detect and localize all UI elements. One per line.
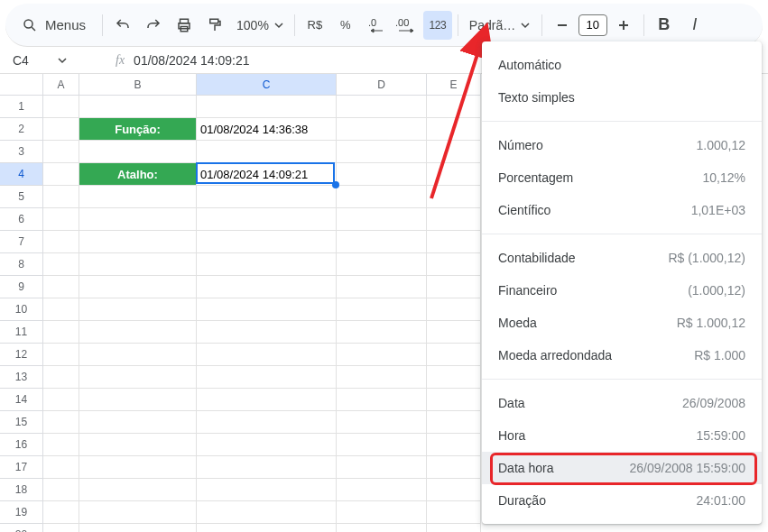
row-header-8[interactable]: 8 — [0, 253, 43, 276]
cell-A18[interactable] — [43, 479, 79, 501]
cell-A19[interactable] — [43, 501, 79, 524]
cell-D2[interactable] — [337, 118, 427, 141]
cell-C12[interactable] — [197, 344, 337, 366]
column-header-A[interactable]: A — [43, 74, 79, 96]
cell-D19[interactable] — [337, 501, 427, 524]
format-option-moeda-arredondada[interactable]: Moeda arredondadaR$ 1.000 — [482, 339, 762, 371]
cell-E6[interactable] — [427, 208, 481, 231]
cell-A8[interactable] — [43, 253, 79, 276]
cell-B15[interactable] — [79, 411, 197, 434]
cell-B9[interactable] — [79, 276, 197, 298]
format-option-porcentagem[interactable]: Porcentagem10,12% — [482, 161, 762, 194]
format-option-hora[interactable]: Hora15:59:00 — [482, 419, 762, 452]
cell-C10[interactable] — [197, 298, 337, 321]
cell-B6[interactable] — [79, 208, 197, 231]
column-header-D[interactable]: D — [337, 74, 427, 96]
format-option-data[interactable]: Data26/09/2008 — [482, 387, 762, 419]
cell-D5[interactable] — [337, 186, 427, 208]
cell-C8[interactable] — [197, 253, 337, 276]
row-header-13[interactable]: 13 — [0, 366, 43, 389]
cell-B7[interactable] — [79, 231, 197, 253]
cell-A20[interactable] — [43, 524, 79, 532]
cell-D15[interactable] — [337, 411, 427, 434]
cell-D4[interactable] — [337, 163, 427, 186]
menu-search[interactable]: Menus — [11, 10, 97, 41]
cell-C11[interactable] — [197, 321, 337, 344]
cell-D13[interactable] — [337, 366, 427, 389]
cell-C13[interactable] — [197, 366, 337, 389]
increase-font-button[interactable] — [609, 11, 638, 40]
cell-E5[interactable] — [427, 186, 481, 208]
cell-E20[interactable] — [427, 524, 481, 532]
row-header-16[interactable]: 16 — [0, 434, 43, 456]
row-header-17[interactable]: 17 — [0, 456, 43, 479]
cell-B4[interactable]: Atalho: — [79, 163, 197, 186]
cell-E16[interactable] — [427, 434, 481, 456]
cell-C20[interactable] — [197, 524, 337, 532]
cell-C4[interactable]: 01/08/2024 14:09:21 — [197, 163, 337, 186]
cell-C15[interactable] — [197, 411, 337, 434]
cell-A11[interactable] — [43, 321, 79, 344]
column-header-E[interactable]: E — [427, 74, 481, 96]
cell-A9[interactable] — [43, 276, 79, 298]
cell-C17[interactable] — [197, 456, 337, 479]
cell-D9[interactable] — [337, 276, 427, 298]
cell-D3[interactable] — [337, 141, 427, 163]
cell-D10[interactable] — [337, 298, 427, 321]
cell-B3[interactable] — [79, 141, 197, 163]
cell-C14[interactable] — [197, 389, 337, 411]
cell-E3[interactable] — [427, 141, 481, 163]
cells-area[interactable]: Função:01/08/2024 14:36:38Atalho:01/08/2… — [43, 96, 481, 532]
row-header-4[interactable]: 4 — [0, 163, 43, 186]
redo-button[interactable] — [139, 11, 168, 40]
row-header-2[interactable]: 2 — [0, 118, 43, 141]
cell-C19[interactable] — [197, 501, 337, 524]
cell-E17[interactable] — [427, 456, 481, 479]
row-header-5[interactable]: 5 — [0, 186, 43, 208]
cell-D18[interactable] — [337, 479, 427, 501]
cell-C3[interactable] — [197, 141, 337, 163]
row-header-15[interactable]: 15 — [0, 411, 43, 434]
cell-B13[interactable] — [79, 366, 197, 389]
cell-E14[interactable] — [427, 389, 481, 411]
cell-A13[interactable] — [43, 366, 79, 389]
format-option-automático[interactable]: Automático — [482, 49, 762, 81]
cell-C7[interactable] — [197, 231, 337, 253]
cell-B5[interactable] — [79, 186, 197, 208]
cell-A7[interactable] — [43, 231, 79, 253]
cell-B18[interactable] — [79, 479, 197, 501]
cell-A12[interactable] — [43, 344, 79, 366]
cell-A10[interactable] — [43, 298, 79, 321]
format-option-moeda[interactable]: MoedaR$ 1.000,12 — [482, 307, 762, 339]
cell-E8[interactable] — [427, 253, 481, 276]
cell-A1[interactable] — [43, 96, 79, 118]
cell-B16[interactable] — [79, 434, 197, 456]
cell-E7[interactable] — [427, 231, 481, 253]
bold-button[interactable]: B — [650, 11, 679, 40]
row-header-12[interactable]: 12 — [0, 344, 43, 366]
row-header-14[interactable]: 14 — [0, 389, 43, 411]
cell-E12[interactable] — [427, 344, 481, 366]
row-header-20[interactable]: 20 — [0, 524, 43, 532]
cell-C2[interactable]: 01/08/2024 14:36:38 — [197, 118, 337, 141]
select-all-corner[interactable] — [0, 74, 43, 96]
format-option-científico[interactable]: Científico1,01E+03 — [482, 194, 762, 226]
cell-D1[interactable] — [337, 96, 427, 118]
cell-A17[interactable] — [43, 456, 79, 479]
cell-E10[interactable] — [427, 298, 481, 321]
row-header-3[interactable]: 3 — [0, 141, 43, 163]
cell-E1[interactable] — [427, 96, 481, 118]
column-header-C[interactable]: C — [197, 74, 337, 96]
cell-E18[interactable] — [427, 479, 481, 501]
cell-B12[interactable] — [79, 344, 197, 366]
cell-D14[interactable] — [337, 389, 427, 411]
format-option-número[interactable]: Número1.000,12 — [482, 129, 762, 161]
row-header-1[interactable]: 1 — [0, 96, 43, 118]
undo-button[interactable] — [108, 11, 137, 40]
cell-C6[interactable] — [197, 208, 337, 231]
cell-E11[interactable] — [427, 321, 481, 344]
font-size-input[interactable] — [578, 14, 607, 36]
cell-A4[interactable] — [43, 163, 79, 186]
cell-D8[interactable] — [337, 253, 427, 276]
format-option-financeiro[interactable]: Financeiro(1.000,12) — [482, 274, 762, 307]
